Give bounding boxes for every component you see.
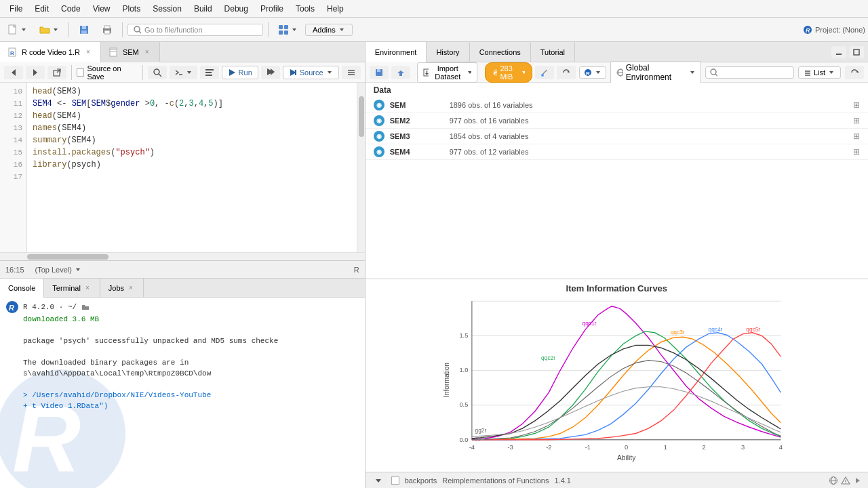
line-num-16: 16: [0, 159, 26, 171]
addins-button[interactable]: Addins: [305, 24, 353, 36]
data-grid-icon-sem[interactable]: ⊞: [853, 100, 860, 110]
load-env-button[interactable]: [391, 66, 410, 79]
back-button[interactable]: [4, 66, 23, 79]
terminal-tab-close[interactable]: ×: [83, 283, 92, 292]
clear-env-button[interactable]: [535, 66, 554, 79]
menu-debug[interactable]: Debug: [219, 3, 254, 15]
scope-selector[interactable]: (Top Level): [35, 266, 81, 274]
menu-view[interactable]: View: [87, 3, 116, 15]
data-row-sem2[interactable]: ◉ SEM2 977 obs. of 16 variables ⊞: [366, 113, 868, 129]
editor-menu-button[interactable]: [342, 66, 361, 79]
menu-tools[interactable]: Tools: [290, 3, 320, 15]
import-dropdown-icon: [467, 69, 471, 76]
toolbar-sep2: [122, 22, 123, 37]
code-line-15: install.packages("psych"): [33, 146, 351, 159]
format-button[interactable]: [200, 66, 219, 79]
open-file-button[interactable]: [35, 22, 64, 38]
project-name: Project: (None): [815, 26, 865, 34]
tab-console[interactable]: Console: [0, 279, 44, 298]
project-label: R Project: (None): [803, 25, 865, 35]
editor-scroll-thumb[interactable]: [359, 96, 364, 137]
env-refresh-btn[interactable]: [845, 66, 864, 79]
lang-selector[interactable]: R: [579, 66, 606, 79]
hscroll-thumb[interactable]: [27, 254, 108, 260]
svg-marker-27: [33, 69, 37, 76]
svg-text:R: R: [806, 27, 810, 34]
go-to-file-button[interactable]: Go to file/function: [127, 24, 263, 36]
editor-hscroll[interactable]: [0, 252, 365, 260]
menu-edit[interactable]: Edit: [29, 3, 54, 15]
re-run-button[interactable]: [261, 66, 280, 79]
code-line-16: library(psych): [33, 159, 351, 171]
chevron-right-icon[interactable]: [853, 476, 863, 485]
tab-history[interactable]: History: [427, 42, 469, 62]
memory-indicator[interactable]: 283 MiB: [485, 62, 533, 83]
scroll-down-button[interactable]: [371, 475, 386, 486]
menu-session[interactable]: Session: [147, 3, 187, 15]
run-button[interactable]: Run: [222, 66, 258, 79]
data-grid-icon-sem4[interactable]: ⊞: [853, 147, 860, 157]
refresh-button[interactable]: [557, 66, 576, 79]
jobs-tab-close[interactable]: ×: [127, 283, 135, 292]
tab-close-sem[interactable]: ×: [143, 47, 151, 56]
tab-environment[interactable]: Environment: [366, 42, 427, 62]
console-body[interactable]: R R R 4.2.0 · ~/ downloaded 3.6 MB packa…: [0, 298, 365, 488]
tab-terminal[interactable]: Terminal ×: [44, 279, 100, 298]
warning-status-icon[interactable]: [841, 476, 850, 485]
data-row-sem3[interactable]: ◉ SEM3 1854 obs. of 4 variables ⊞: [366, 129, 868, 144]
package-name: backports: [405, 476, 437, 485]
globe-status-icon[interactable]: [829, 476, 838, 485]
source-button[interactable]: Source: [283, 66, 339, 79]
svg-marker-39: [271, 68, 275, 75]
menu-profile[interactable]: Profile: [255, 3, 289, 15]
sem-file-icon: [109, 47, 119, 57]
source-on-save-checkbox[interactable]: [77, 68, 84, 77]
find-button[interactable]: [148, 66, 167, 79]
menu-plots[interactable]: Plots: [117, 3, 146, 15]
env-search-box[interactable]: [705, 66, 794, 79]
tab-r-code[interactable]: R R code Video 1.R ×: [0, 42, 101, 62]
svg-text:-2: -2: [546, 444, 551, 451]
new-file-button[interactable]: [3, 22, 32, 38]
editor-vscroll[interactable]: [357, 83, 365, 252]
source-on-save-label[interactable]: Source on Save: [77, 64, 138, 81]
folder-icon: [39, 24, 50, 35]
menu-code[interactable]: Code: [56, 3, 86, 15]
import-dataset-button[interactable]: Import Dataset: [417, 62, 477, 83]
tab-connections[interactable]: Connections: [470, 42, 531, 62]
tab-tutorial[interactable]: Tutorial: [531, 42, 575, 62]
workspace-button[interactable]: [273, 22, 302, 38]
data-grid-icon-sem2[interactable]: ⊞: [853, 116, 860, 125]
tab-close-rcode[interactable]: ×: [84, 47, 92, 56]
save-env-button[interactable]: [370, 66, 389, 79]
data-row-sem4[interactable]: ◉ SEM4 977 obs. of 12 variables ⊞: [366, 144, 868, 160]
data-grid-icon-sem3[interactable]: ⊞: [853, 131, 860, 141]
data-row-sem[interactable]: ◉ SEM 1896 obs. of 16 variables ⊞: [366, 98, 868, 113]
menu-build[interactable]: Build: [189, 3, 218, 15]
maximize-env-button[interactable]: [849, 46, 864, 58]
package-checkbox[interactable]: [391, 476, 399, 485]
minimize-env-button[interactable]: [831, 46, 846, 58]
code-editor[interactable]: 10 11 12 13 14 15 16 17 head(SEM3) SEM4 …: [0, 83, 365, 252]
svg-rect-16: [284, 30, 288, 35]
forward-button[interactable]: [26, 66, 45, 79]
list-view-button[interactable]: List: [798, 66, 841, 79]
print-button[interactable]: [97, 22, 117, 38]
svg-marker-42: [328, 71, 332, 74]
env-search-input[interactable]: [717, 68, 789, 77]
svg-marker-26: [12, 69, 16, 76]
menu-file[interactable]: File: [4, 3, 28, 15]
show-in-new-window-button[interactable]: [47, 66, 66, 79]
main-toolbar: Go to file/function Addins R Project: (N…: [0, 18, 868, 42]
code-content[interactable]: head(SEM3) SEM4 <- SEM[SEM$gender >0, -c…: [27, 83, 357, 252]
code-tools-button[interactable]: [170, 66, 197, 79]
tab-jobs[interactable]: Jobs ×: [100, 279, 144, 298]
tab-sem[interactable]: SEM ×: [101, 42, 160, 62]
console-tab-label: Console: [8, 284, 35, 292]
svg-marker-75: [829, 71, 833, 74]
save-button[interactable]: [74, 22, 94, 38]
global-env-selector[interactable]: Global Environment: [610, 61, 701, 84]
curve-qqc5r: [471, 333, 781, 440]
menu-help[interactable]: Help: [321, 3, 349, 15]
label-qqc5r: qqc5r: [746, 326, 760, 333]
